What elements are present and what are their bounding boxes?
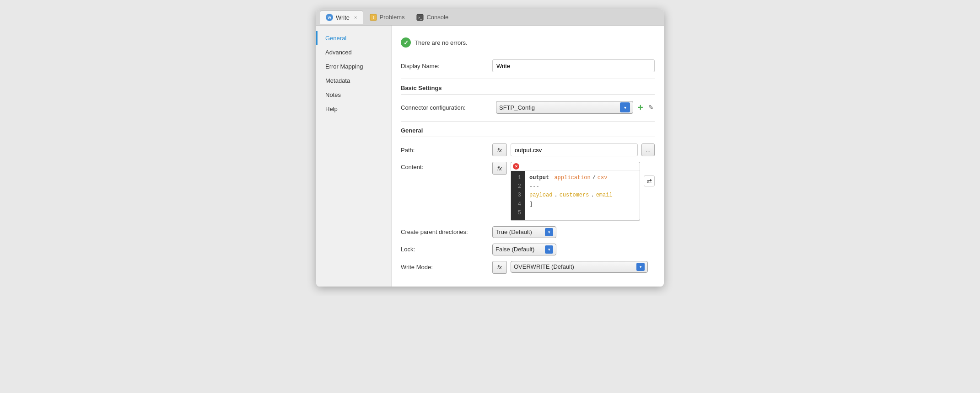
code-line-5: ]: [529, 200, 635, 209]
write-mode-arrow: ▾: [636, 263, 645, 271]
lock-label: Lock:: [401, 246, 492, 253]
console-icon: >_: [416, 14, 424, 21]
sidebar-item-general-label: General: [325, 35, 346, 42]
content-label: Content:: [401, 162, 492, 170]
tab-bar: W Write × ! Problems >_ Console: [316, 9, 664, 26]
sidebar-item-notes[interactable]: Notes: [316, 88, 391, 102]
lock-row: Lock: False (Default) ▾: [401, 244, 655, 255]
svg-text:W: W: [328, 16, 331, 20]
connector-config-label: Connector configuration:: [401, 104, 492, 111]
connector-config-arrow: ▾: [620, 102, 630, 112]
connector-config-select[interactable]: SFTP_Config ▾: [496, 101, 633, 114]
plus-icon: +: [638, 103, 643, 112]
status-icon: ✓: [401, 37, 411, 48]
path-label: Path:: [401, 147, 492, 154]
connector-config-row: Connector configuration: SFTP_Config ▾ +…: [401, 101, 655, 114]
main-layout: General Advanced Error Mapping Metadata …: [316, 26, 664, 287]
write-mode-fx-icon: fx: [497, 264, 502, 271]
code-editor-inner: 1 2 3 4 5 output application/csv: [511, 171, 640, 220]
lock-value: False (Default): [495, 246, 545, 253]
code-error-icon: ✕: [513, 163, 519, 170]
create-parent-directories-label: Create parent directories:: [401, 228, 492, 235]
content-fx-button[interactable]: fx: [492, 162, 507, 175]
create-parent-directories-row: Create parent directories: True (Default…: [401, 226, 655, 238]
sidebar-item-help-label: Help: [325, 106, 338, 112]
content-row: Content: fx ✕ 1: [401, 162, 655, 221]
sidebar-item-metadata-label: Metadata: [325, 77, 350, 84]
create-parent-directories-select[interactable]: True (Default) ▾: [492, 226, 556, 238]
display-name-input[interactable]: [492, 59, 655, 72]
tab-write-label: Write: [336, 14, 350, 21]
svg-text:>_: >_: [418, 16, 423, 20]
tab-console-label: Console: [426, 14, 448, 21]
tab-problems-label: Problems: [380, 14, 405, 21]
path-row: Path: fx ...: [401, 143, 655, 156]
sidebar-item-error-mapping-label: Error Mapping: [325, 63, 363, 70]
write-mode-fx-button[interactable]: fx: [492, 261, 507, 274]
line-numbers: 1 2 3 4 5: [511, 171, 525, 220]
write-mode-label: Write Mode:: [401, 264, 492, 271]
code-line-2: output application/csv: [529, 174, 635, 182]
problems-icon: !: [370, 14, 377, 21]
status-bar: ✓ There are no errors.: [401, 33, 655, 52]
code-editor[interactable]: ✕ 1 2 3 4 5: [511, 162, 640, 221]
edit-connector-button[interactable]: ✎: [648, 101, 655, 113]
code-line-4: payload.customers.email: [529, 191, 635, 200]
nicode-icon: ⇄: [647, 178, 652, 185]
checkmark-icon: ✓: [404, 39, 409, 46]
editor-tool-button[interactable]: ⇄: [644, 175, 655, 186]
sidebar-item-metadata[interactable]: Metadata: [316, 74, 391, 88]
create-parent-directories-arrow: ▾: [545, 228, 553, 236]
sidebar-item-error-mapping[interactable]: Error Mapping: [316, 59, 391, 74]
path-input-wrap: fx ...: [492, 143, 655, 156]
code-line-3: ---: [529, 182, 635, 191]
path-input[interactable]: [511, 143, 638, 156]
sidebar-item-general[interactable]: General: [316, 31, 391, 45]
display-name-label: Display Name:: [401, 63, 492, 69]
chevron-down-icon: ▾: [624, 105, 626, 110]
status-text: There are no errors.: [415, 39, 468, 46]
general-header: General: [401, 127, 655, 137]
divider-1: [401, 79, 655, 79]
path-fx-button[interactable]: fx: [492, 143, 507, 156]
content-fx-icon: fx: [497, 165, 502, 172]
sidebar-item-advanced[interactable]: Advanced: [316, 45, 391, 59]
write-mode-value: OVERWRITE (Default): [514, 263, 636, 270]
code-content[interactable]: output application/csv --- payload.custo…: [525, 171, 640, 220]
basic-settings-header: Basic Settings: [401, 85, 655, 95]
svg-text:!: !: [372, 15, 374, 20]
tab-console[interactable]: >_ Console: [411, 11, 454, 24]
tab-problems[interactable]: ! Problems: [364, 11, 410, 24]
connector-config-value: SFTP_Config: [499, 104, 620, 111]
lock-select[interactable]: False (Default) ▾: [492, 244, 556, 255]
create-parent-directories-value: True (Default): [495, 228, 545, 235]
sidebar-item-help[interactable]: Help: [316, 102, 391, 116]
content-editor-wrap: fx ✕ 1 2 3: [492, 162, 655, 221]
tab-write[interactable]: W Write ×: [320, 11, 363, 24]
write-tab-icon: W: [326, 14, 333, 21]
fx-icon: fx: [497, 147, 502, 154]
browse-button[interactable]: ...: [641, 143, 655, 156]
main-window: W Write × ! Problems >_ Console General: [316, 9, 664, 287]
sidebar: General Advanced Error Mapping Metadata …: [316, 26, 392, 287]
sidebar-item-advanced-label: Advanced: [325, 49, 352, 56]
tab-write-close[interactable]: ×: [354, 15, 357, 20]
sidebar-item-notes-label: Notes: [325, 91, 341, 98]
content-area: ✓ There are no errors. Display Name: Bas…: [392, 26, 664, 287]
write-mode-select[interactable]: OVERWRITE (Default) ▾: [511, 261, 648, 273]
add-connector-button[interactable]: +: [637, 101, 644, 113]
code-header: ✕: [511, 162, 640, 171]
write-mode-wrap: fx OVERWRITE (Default) ▾: [492, 261, 655, 274]
display-name-row: Display Name:: [401, 59, 655, 72]
divider-2: [401, 121, 655, 122]
write-mode-row: Write Mode: fx OVERWRITE (Default) ▾: [401, 261, 655, 274]
lock-arrow: ▾: [545, 245, 553, 254]
edit-icon: ✎: [648, 104, 654, 111]
